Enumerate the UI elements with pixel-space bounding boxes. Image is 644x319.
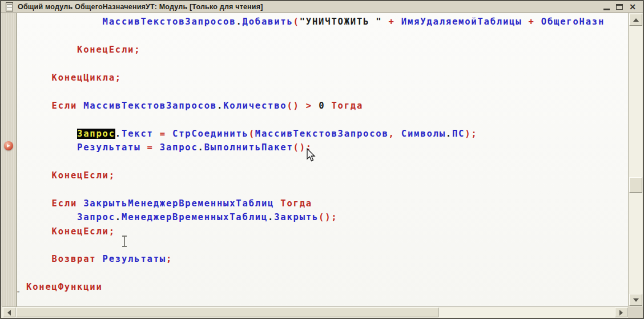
code-token-kw: КонецЕсли bbox=[52, 170, 109, 181]
code-token-id: ИмяУдаляемойТаблицы bbox=[401, 17, 522, 27]
titlebar[interactable]: Общий модуль ОбщегоНазначенияУТ: Модуль … bbox=[1, 1, 643, 13]
maximize-icon[interactable] bbox=[616, 4, 623, 10]
code-token-ws bbox=[26, 198, 52, 209]
code-token-id: МенеджерВременныхТаблиц bbox=[122, 212, 268, 222]
code-token-ws bbox=[26, 170, 52, 181]
module-editor-window: Общий модуль ОбщегоНазначенияУТ: Модуль … bbox=[0, 0, 644, 319]
code-token-op: = bbox=[140, 142, 159, 153]
scroll-left-button[interactable] bbox=[3, 308, 15, 317]
code-line[interactable]: КонецФункции bbox=[26, 280, 628, 294]
code-token-dot: . bbox=[268, 212, 274, 222]
code-token-ws bbox=[26, 101, 52, 111]
code-token-kw: Если bbox=[52, 101, 84, 111]
code-token-id: ВыполнитьПакет bbox=[204, 142, 293, 153]
code-line[interactable] bbox=[26, 238, 628, 252]
code-token-ws bbox=[26, 129, 77, 139]
code-token-dot: . bbox=[236, 17, 242, 27]
code-token-id: Символы bbox=[401, 129, 446, 139]
code-token-ws bbox=[26, 254, 52, 264]
horizontal-scroll-thumb[interactable] bbox=[16, 308, 438, 317]
code-line[interactable]: Запрос.МенеджерВременныхТаблиц.Закрыть()… bbox=[26, 210, 628, 224]
code-token-num: 0 bbox=[319, 101, 325, 111]
scroll-right-button[interactable] bbox=[615, 308, 627, 317]
code-line[interactable]: Запрос.Текст = СтрСоединить(МассивТексто… bbox=[26, 127, 628, 141]
code-token-hl: Запрос bbox=[77, 129, 115, 139]
code-line[interactable]: Результаты = Запрос.ВыполнитьПакет(); bbox=[26, 141, 628, 154]
code-line[interactable] bbox=[26, 266, 628, 280]
code-token-id: Количество bbox=[223, 101, 287, 111]
code-token-id: ОбщегоНазн bbox=[541, 17, 605, 27]
minimize-icon[interactable] bbox=[603, 9, 610, 10]
close-icon[interactable]: ✕ bbox=[629, 3, 636, 11]
code-token-id: ПС bbox=[452, 129, 465, 139]
vertical-scroll-thumb[interactable] bbox=[629, 177, 642, 193]
code-token-kw: Возврат bbox=[52, 254, 103, 264]
code-token-id: Запрос bbox=[77, 212, 115, 222]
code-token-id: ЗакрытьМенеджерВременныхТаблиц bbox=[83, 198, 274, 209]
code-token-id: Закрыть bbox=[274, 212, 319, 222]
code-editor-area[interactable]: МассивТекстовЗапросов.Добавить("УНИЧТОЖИ… bbox=[17, 13, 628, 306]
scroll-down-button[interactable] bbox=[629, 294, 642, 306]
code-token-id: Запрос bbox=[160, 142, 198, 153]
code-token-dot: . bbox=[115, 129, 122, 139]
code-lines: МассивТекстовЗапросов.Добавить("УНИЧТОЖИ… bbox=[17, 13, 628, 294]
code-token-kw: Если bbox=[52, 198, 84, 209]
code-line[interactable]: Если ЗакрытьМенеджерВременныхТаблиц Тогд… bbox=[26, 197, 628, 210]
code-line[interactable]: МассивТекстовЗапросов.Добавить("УНИЧТОЖИ… bbox=[26, 15, 628, 29]
code-token-kw: Тогда bbox=[325, 101, 363, 111]
code-line[interactable]: КонецЕсли; bbox=[26, 43, 628, 57]
code-token-id: МассивТекстовЗапросов bbox=[83, 101, 217, 111]
code-line[interactable] bbox=[26, 113, 628, 126]
code-token-dot: . bbox=[198, 142, 204, 153]
code-token-op: ( bbox=[249, 129, 255, 139]
code-line[interactable] bbox=[26, 57, 628, 70]
code-token-dot: . bbox=[217, 101, 223, 111]
code-token-kw: КонецФункции bbox=[26, 282, 103, 292]
code-token-id: МассивТекстовЗапросов bbox=[255, 129, 389, 139]
code-token-op: , bbox=[389, 129, 401, 139]
scroll-left-icon bbox=[7, 310, 11, 316]
code-token-id: СтрСоединить bbox=[172, 129, 249, 139]
code-token-str: "УНИЧТОЖИТЬ " bbox=[300, 17, 383, 27]
code-token-id: Текст bbox=[122, 129, 154, 139]
horizontal-scrollbar[interactable] bbox=[2, 306, 628, 318]
code-token-op: + bbox=[522, 17, 541, 27]
code-line[interactable] bbox=[26, 154, 628, 168]
code-token-dot: . bbox=[446, 129, 452, 139]
code-line[interactable]: КонецЦикла; bbox=[26, 71, 628, 85]
scroll-up-button[interactable] bbox=[629, 14, 642, 26]
code-token-kw: КонецЦикла bbox=[52, 73, 115, 83]
code-token-id: Результаты bbox=[77, 142, 140, 153]
code-token-id: Добавить bbox=[243, 17, 293, 27]
scrollbar-corner bbox=[628, 306, 643, 318]
code-line[interactable]: Возврат Результаты; bbox=[26, 252, 628, 266]
code-token-ws bbox=[26, 45, 77, 55]
scroll-down-icon bbox=[633, 298, 639, 302]
code-token-op: ; bbox=[115, 73, 122, 83]
code-line[interactable] bbox=[26, 29, 628, 42]
code-token-op: ( bbox=[293, 17, 300, 27]
code-token-kw: Тогда bbox=[274, 198, 312, 209]
module-document-icon bbox=[6, 2, 13, 11]
code-token-ws bbox=[26, 212, 77, 222]
code-token-ws bbox=[26, 142, 77, 153]
code-token-op: ; bbox=[109, 170, 115, 181]
code-line[interactable] bbox=[26, 85, 628, 98]
code-token-id: Результаты bbox=[103, 254, 166, 264]
code-token-op: ; bbox=[109, 226, 115, 237]
vertical-scrollbar[interactable] bbox=[628, 13, 642, 306]
code-line[interactable]: КонецЕсли; bbox=[26, 225, 628, 238]
code-line[interactable]: Если МассивТекстовЗапросов.Количество() … bbox=[26, 99, 628, 113]
code-token-op: ; bbox=[134, 45, 140, 55]
code-line[interactable]: КонецЕсли; bbox=[26, 169, 628, 182]
code-token-op: = bbox=[154, 129, 172, 139]
scroll-up-icon bbox=[633, 18, 639, 22]
code-token-ws bbox=[26, 17, 103, 27]
code-token-op: ; bbox=[166, 254, 172, 264]
code-token-op: () > bbox=[287, 101, 319, 111]
fold-toggle[interactable]: - bbox=[17, 285, 23, 298]
code-token-op: (); bbox=[319, 212, 337, 222]
code-token-ws bbox=[26, 226, 52, 237]
editor-gutter bbox=[1, 13, 17, 306]
code-line[interactable] bbox=[26, 182, 628, 196]
